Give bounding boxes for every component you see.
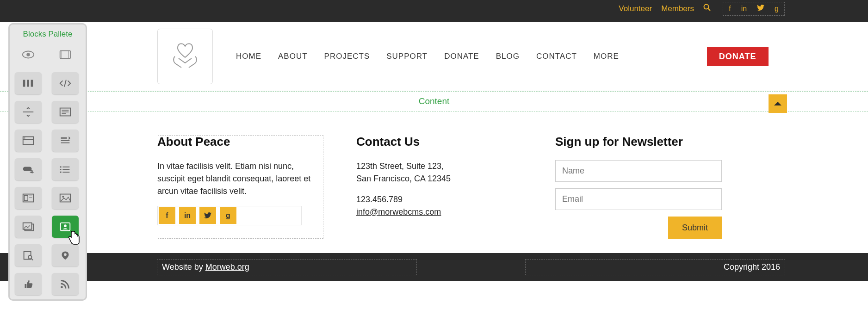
blocks-palette: Blocks Pallete xyxy=(8,23,87,301)
about-social-row: f in g xyxy=(157,206,302,225)
google-icon[interactable]: g xyxy=(220,207,236,224)
palette-title: Blocks Pallete xyxy=(11,27,84,43)
rss-block[interactable] xyxy=(52,273,79,295)
svg-rect-16 xyxy=(24,137,25,138)
window-block[interactable] xyxy=(15,130,42,152)
divider-block[interactable] xyxy=(15,101,42,123)
svg-point-36 xyxy=(64,224,67,227)
email-input[interactable] xyxy=(555,188,722,210)
facebook-icon[interactable]: f xyxy=(729,5,731,13)
twitter-icon[interactable] xyxy=(199,207,216,224)
svg-rect-20 xyxy=(23,167,32,171)
contact-email-link[interactable]: info@morwebcms.com xyxy=(356,207,441,217)
newsletter-title: Sign up for Newsletter xyxy=(555,135,722,149)
svg-rect-21 xyxy=(60,166,62,167)
nav-contact[interactable]: CONTACT xyxy=(536,52,577,61)
image-block[interactable] xyxy=(52,187,79,209)
nav-blog[interactable]: BLOG xyxy=(496,52,520,61)
logo[interactable] xyxy=(157,29,213,84)
website-by[interactable]: Website by Morweb.org xyxy=(157,260,416,275)
nav-support[interactable]: SUPPORT xyxy=(386,52,428,61)
svg-rect-23 xyxy=(60,169,62,170)
svg-point-0 xyxy=(704,5,709,9)
gallery-block[interactable] xyxy=(15,216,42,238)
about-title: About Peace xyxy=(157,135,322,149)
svg-point-38 xyxy=(28,255,32,259)
svg-point-41 xyxy=(61,286,63,288)
preview-block[interactable] xyxy=(15,43,42,66)
google-icon[interactable]: g xyxy=(775,5,779,13)
svg-point-32 xyxy=(62,196,64,198)
name-input[interactable] xyxy=(555,160,722,182)
device-block[interactable] xyxy=(52,43,79,66)
button-block[interactable] xyxy=(15,158,42,180)
volunteer-link[interactable]: Volunteer xyxy=(619,4,652,13)
code-block[interactable] xyxy=(52,72,79,94)
svg-rect-28 xyxy=(25,195,28,200)
svg-line-1 xyxy=(708,9,711,11)
like-block[interactable] xyxy=(15,273,42,295)
text-cursor-block[interactable] xyxy=(52,130,79,152)
main-nav: HOME ABOUT PROJECTS SUPPORT DONATE BLOG … xyxy=(236,52,619,61)
main-wrap: HOME ABOUT PROJECTS SUPPORT DONATE BLOG … xyxy=(0,22,868,281)
contact-address: 123th Street, Suite 123, San Francisco, … xyxy=(356,160,523,185)
svg-rect-5 xyxy=(62,51,69,59)
top-links: Volunteer Members xyxy=(619,4,711,13)
contact-phone-email: 123.456.789 info@morwebcms.com xyxy=(356,193,523,218)
footer-columns: About Peace In vitae facilisis velit. Et… xyxy=(0,111,868,253)
contact-title: Contact Us xyxy=(356,135,523,149)
contact-column: Contact Us 123th Street, Suite 123, San … xyxy=(356,135,523,239)
content-drop-zone[interactable]: Content xyxy=(0,91,868,111)
svg-point-3 xyxy=(26,53,30,56)
svg-rect-7 xyxy=(27,80,29,87)
nav-donate[interactable]: DONATE xyxy=(444,52,479,61)
svg-rect-8 xyxy=(31,80,33,87)
svg-line-39 xyxy=(31,259,33,260)
content-label-text: Content xyxy=(419,96,450,106)
twitter-icon[interactable] xyxy=(757,5,764,13)
palette-grid xyxy=(11,43,84,295)
map-block[interactable] xyxy=(52,244,79,266)
newsletter-column: Sign up for Newsletter Submit xyxy=(555,135,722,239)
bottom-bar: Website by Morweb.org Copyright 2016 xyxy=(0,253,868,281)
svg-rect-25 xyxy=(60,172,62,173)
top-bar: Volunteer Members f in g xyxy=(0,0,868,22)
list-block[interactable] xyxy=(52,158,79,180)
members-link[interactable]: Members xyxy=(661,4,694,13)
scroll-top-button[interactable] xyxy=(769,94,787,113)
layout-block[interactable] xyxy=(15,187,42,209)
facebook-icon[interactable]: f xyxy=(159,207,175,224)
columns-block[interactable] xyxy=(15,72,42,94)
copyright[interactable]: Copyright 2016 xyxy=(526,260,785,275)
search-icon[interactable] xyxy=(703,4,711,13)
nav-home[interactable]: HOME xyxy=(236,52,261,61)
submit-button[interactable]: Submit xyxy=(668,217,722,239)
nav-more[interactable]: MORE xyxy=(594,52,619,61)
linkedin-icon[interactable]: in xyxy=(179,207,196,224)
donate-button[interactable]: DONATE xyxy=(707,47,769,66)
top-social-group: f in g xyxy=(723,2,785,16)
nav-projects[interactable]: PROJECTS xyxy=(324,52,370,61)
about-column[interactable]: About Peace In vitae facilisis velit. Et… xyxy=(157,135,324,239)
svg-rect-6 xyxy=(23,80,25,87)
nav-about[interactable]: ABOUT xyxy=(278,52,308,61)
about-text: In vitae facilisis velit. Etiam nisi nun… xyxy=(157,160,322,198)
linkedin-icon[interactable]: in xyxy=(741,5,747,13)
morweb-link[interactable]: Morweb.org xyxy=(205,262,249,272)
svg-point-40 xyxy=(64,253,67,256)
search-page-block[interactable] xyxy=(15,244,42,266)
site-header: HOME ABOUT PROJECTS SUPPORT DONATE BLOG … xyxy=(0,22,868,91)
text-block[interactable] xyxy=(52,101,79,123)
contact-block[interactable] xyxy=(52,216,79,238)
